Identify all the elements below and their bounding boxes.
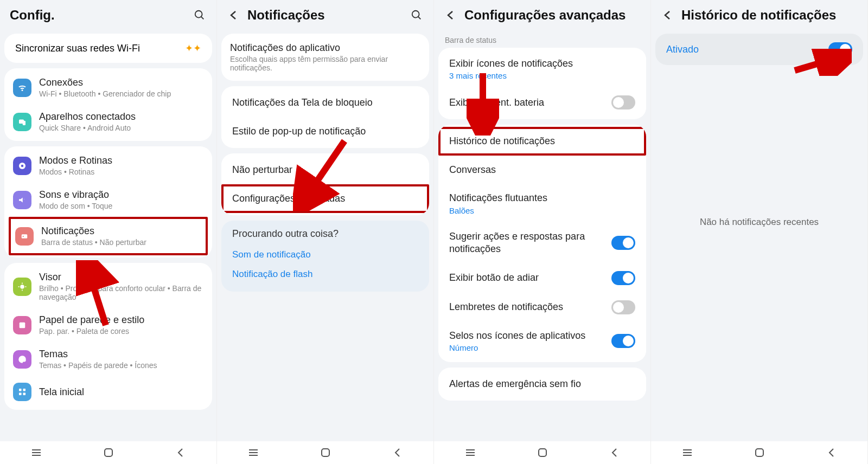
back-icon[interactable] xyxy=(661,8,675,22)
svg-point-7 xyxy=(23,235,24,236)
svg-rect-37 xyxy=(539,449,546,456)
notifications-label: Notificações xyxy=(41,225,197,237)
nav-recents[interactable] xyxy=(25,446,47,459)
modes-sub: Modos • Rotinas xyxy=(39,167,203,176)
row-connected-devices[interactable]: Aparelhos conectados Quick Share • Andro… xyxy=(4,105,212,139)
group-connectivity: Conexões Wi-Fi • Bluetooth • Gerenciador… xyxy=(4,68,212,141)
navbar xyxy=(434,441,650,464)
battery-pct-label: Exibir porcent. bateria xyxy=(449,96,611,109)
svg-point-24 xyxy=(412,11,419,18)
snooze-label: Exibir botão de adiar xyxy=(449,272,611,284)
page-title: Notificações xyxy=(247,8,410,23)
group-personalization: Modos e Rotinas Modos • Rotinas Sons e v… xyxy=(4,146,212,257)
page-title: Configurações avançadas xyxy=(464,8,641,23)
highlight-notifications: Notificações Barra de status • Não pertu… xyxy=(9,217,208,255)
notifications-panel: Notificações Notificações do aplicativo … xyxy=(217,0,434,464)
page-title: Config. xyxy=(10,8,193,23)
navbar xyxy=(217,441,433,464)
badges-sub: Número xyxy=(449,343,611,352)
display-sub: Brilho • Proteção para conforto ocular •… xyxy=(39,284,203,301)
svg-rect-6 xyxy=(22,234,28,239)
row-suggest-actions[interactable]: Sugerir ações e respostas para notificaç… xyxy=(438,223,646,263)
row-reminders[interactable]: Lembretes de notificações xyxy=(438,293,646,322)
nav-home[interactable] xyxy=(315,446,336,459)
search-icon[interactable] xyxy=(193,8,207,22)
row-advanced-settings[interactable]: Configurações avançadas xyxy=(224,186,427,211)
wallpaper-icon xyxy=(13,316,31,334)
section-status-bar: Barra de status xyxy=(434,28,650,48)
toggle-snooze[interactable] xyxy=(611,271,635,285)
devices-icon xyxy=(13,113,31,131)
sound-sub: Modo de som • Toque xyxy=(39,202,203,210)
row-notifications[interactable]: Notificações Barra de status • Não pertu… xyxy=(11,219,206,253)
row-badges[interactable]: Selos nos ícones de aplicativos Número xyxy=(438,322,646,360)
row-modes[interactable]: Modos e Rotinas Modos • Rotinas xyxy=(4,149,212,183)
nav-back[interactable] xyxy=(387,446,409,459)
nav-home[interactable] xyxy=(749,446,770,459)
wifi-sync-label: Sincronizar suas redes Wi-Fi xyxy=(15,43,140,54)
row-wallpaper[interactable]: Papel de parede e estilo Pap. par. • Pal… xyxy=(4,308,212,342)
advanced-settings-panel: Configurações avançadas Barra de status … xyxy=(434,0,651,464)
themes-icon xyxy=(13,350,31,369)
sparkle-icon: ✦✦ xyxy=(185,42,201,54)
row-dnd[interactable]: Não perturbar xyxy=(221,156,429,184)
toggle-reminders[interactable] xyxy=(611,300,635,314)
row-snooze[interactable]: Exibir botão de adiar xyxy=(438,263,646,293)
toggle-suggest[interactable] xyxy=(611,236,635,250)
back-icon[interactable] xyxy=(227,8,241,22)
toggle-badges[interactable] xyxy=(611,334,635,348)
activated-label: Ativado xyxy=(666,44,828,55)
sound-label: Sons e vibração xyxy=(39,189,203,201)
svg-rect-13 xyxy=(20,322,25,328)
row-battery-pct[interactable]: Exibir porcent. bateria xyxy=(438,88,646,117)
row-show-notif-icons[interactable]: Exibir ícones de notificações 3 mais rec… xyxy=(438,50,646,88)
row-notification-history[interactable]: Histórico de notificações xyxy=(441,129,644,153)
row-sound[interactable]: Sons e vibração Modo de som • Toque xyxy=(4,183,212,217)
nav-home[interactable] xyxy=(532,446,553,459)
show-icons-sub: 3 mais recentes xyxy=(449,71,635,80)
row-app-notifications[interactable]: Notificações do aplicativo Escolha quais… xyxy=(221,36,429,79)
row-conversations[interactable]: Conversas xyxy=(438,156,646,184)
display-label: Visor xyxy=(39,272,203,283)
toggle-battery-pct[interactable] xyxy=(611,95,635,109)
row-connections[interactable]: Conexões Wi-Fi • Bluetooth • Gerenciador… xyxy=(4,70,212,105)
nav-back[interactable] xyxy=(604,446,626,459)
nav-back[interactable] xyxy=(821,446,843,459)
app-notif-label: Notificações do aplicativo xyxy=(230,42,420,54)
row-home[interactable]: Tela inicial xyxy=(4,376,212,408)
suggestion-title: Procurando outra coisa? xyxy=(232,228,418,240)
badges-label: Selos nos ícones de aplicativos xyxy=(449,330,611,342)
nav-recents[interactable] xyxy=(459,446,481,459)
svg-line-25 xyxy=(418,17,421,20)
link-sound-notification[interactable]: Som de notificação xyxy=(232,245,418,265)
header: Config. xyxy=(0,0,216,28)
highlight-history: Histórico de notificações xyxy=(438,127,646,156)
wifi-sync-suggestion[interactable]: Sincronizar suas redes Wi-Fi ✦✦ xyxy=(4,34,212,63)
group-app-notifications: Notificações do aplicativo Escolha quais… xyxy=(221,34,429,81)
nav-home[interactable] xyxy=(98,446,119,459)
devices-sub: Quick Share • Android Auto xyxy=(39,124,203,132)
sound-icon xyxy=(13,191,31,209)
row-floating-notif[interactable]: Notificações flutuantes Balões xyxy=(438,184,646,222)
search-icon[interactable] xyxy=(410,8,424,22)
navbar xyxy=(0,441,216,464)
row-display[interactable]: Visor Brilho • Proteção para conforto oc… xyxy=(4,265,212,308)
link-flash-notification[interactable]: Notificação de flash xyxy=(232,265,418,284)
row-themes[interactable]: Temas Temas • Papéis de parede • Ícones xyxy=(4,342,212,376)
highlight-advanced: Configurações avançadas xyxy=(221,184,429,213)
wallpaper-label: Papel de parede e estilo xyxy=(39,314,203,326)
nav-back[interactable] xyxy=(170,446,192,459)
navbar xyxy=(651,441,867,464)
back-icon[interactable] xyxy=(444,8,458,22)
row-popup-style[interactable]: Estilo de pop-up de notificação xyxy=(221,117,429,146)
nav-recents[interactable] xyxy=(676,446,698,459)
empty-message: Não há notificações recentes xyxy=(651,217,867,228)
row-emergency-alerts[interactable]: Alertas de emergência sem fio xyxy=(438,370,646,398)
svg-point-8 xyxy=(20,285,24,289)
activated-row[interactable]: Ativado xyxy=(655,34,863,65)
toggle-activated[interactable] xyxy=(828,42,852,56)
group-display: Visor Brilho • Proteção para conforto oc… xyxy=(4,263,212,410)
page-title: Histórico de notificações xyxy=(681,8,858,23)
nav-recents[interactable] xyxy=(242,446,264,459)
row-lockscreen-notif[interactable]: Notificações da Tela de bloqueio xyxy=(221,88,429,117)
